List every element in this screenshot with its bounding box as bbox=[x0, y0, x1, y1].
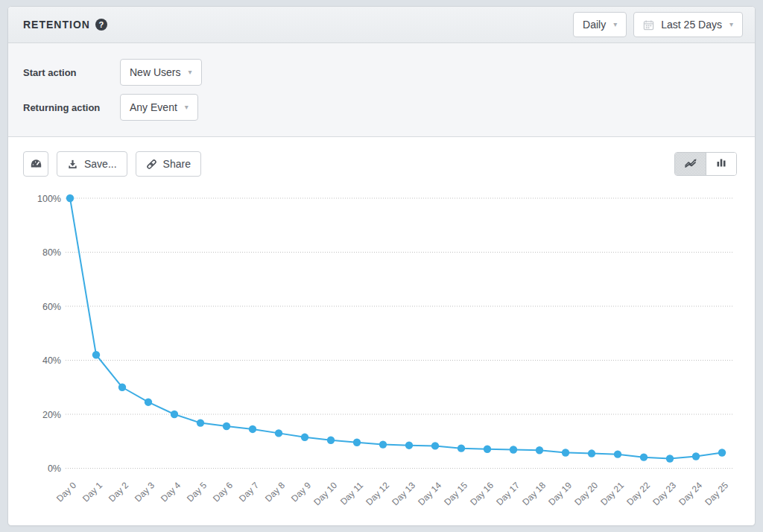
y-axis-label: 40% bbox=[42, 355, 61, 366]
data-point[interactable] bbox=[66, 194, 74, 202]
chart-section: Save... Share bbox=[8, 137, 755, 522]
data-point[interactable] bbox=[536, 446, 543, 454]
x-axis-label: Day 22 bbox=[624, 480, 652, 507]
save-button[interactable]: Save... bbox=[57, 151, 127, 177]
y-axis-label: 60% bbox=[42, 302, 61, 312]
x-axis-label: Day 24 bbox=[677, 480, 704, 507]
bar-chart-icon bbox=[715, 156, 727, 171]
x-axis-label: Day 10 bbox=[311, 480, 339, 507]
panel-header: RETENTION ? Daily ▾ Last 25 bbox=[8, 7, 755, 43]
data-point[interactable] bbox=[484, 446, 491, 453]
chart-toolbar: Save... Share bbox=[8, 151, 755, 177]
chevron-down-icon: ▾ bbox=[185, 104, 189, 111]
x-axis-label: Day 20 bbox=[572, 480, 600, 507]
x-axis-label: Day 12 bbox=[364, 480, 391, 507]
calendar-icon bbox=[643, 19, 654, 31]
bar-chart-toggle[interactable] bbox=[706, 153, 736, 175]
returning-action-row: Returning action Any Event ▾ bbox=[23, 94, 740, 121]
data-point[interactable] bbox=[614, 450, 621, 457]
help-icon[interactable]: ? bbox=[95, 19, 107, 31]
data-point[interactable] bbox=[327, 437, 335, 444]
page-title: RETENTION bbox=[23, 19, 90, 31]
data-point[interactable] bbox=[718, 449, 726, 456]
data-point[interactable] bbox=[458, 444, 465, 452]
start-action-row: Start action New Users ▾ bbox=[23, 59, 740, 86]
x-axis-label: Day 2 bbox=[107, 480, 130, 504]
data-point[interactable] bbox=[223, 422, 230, 430]
date-range-dropdown-value: Last 25 Days bbox=[661, 19, 722, 31]
dashboard-gauge-icon bbox=[30, 158, 42, 171]
returning-action-dropdown[interactable]: Any Event ▾ bbox=[120, 94, 198, 121]
data-point[interactable] bbox=[431, 442, 439, 449]
x-axis-label: Day 17 bbox=[494, 480, 522, 507]
start-action-dropdown[interactable]: New Users ▾ bbox=[120, 59, 202, 86]
returning-action-label: Returning action bbox=[23, 102, 120, 113]
x-axis-label: Day 21 bbox=[598, 480, 626, 507]
x-axis-label: Day 19 bbox=[546, 480, 574, 507]
y-axis-label: 80% bbox=[42, 247, 61, 258]
retention-panel: RETENTION ? Daily ▾ Last 25 bbox=[7, 6, 756, 526]
data-point[interactable] bbox=[692, 452, 700, 460]
data-point[interactable] bbox=[666, 455, 674, 462]
x-axis-label: Day 23 bbox=[650, 480, 678, 507]
interval-dropdown[interactable]: Daily ▾ bbox=[573, 12, 627, 37]
line-chart-toggle[interactable] bbox=[675, 153, 706, 175]
returning-action-value: Any Event bbox=[130, 101, 177, 113]
save-button-label: Save... bbox=[84, 158, 117, 170]
data-point[interactable] bbox=[405, 441, 413, 449]
x-axis-label: Day 6 bbox=[211, 480, 235, 504]
y-axis-label: 20% bbox=[42, 410, 61, 420]
retention-series-line bbox=[70, 198, 722, 458]
data-point[interactable] bbox=[275, 429, 282, 437]
x-axis-label: Day 13 bbox=[390, 480, 417, 507]
date-range-dropdown[interactable]: Last 25 Days ▾ bbox=[633, 12, 743, 37]
chevron-down-icon: ▾ bbox=[729, 21, 733, 28]
x-axis-label: Day 18 bbox=[520, 480, 548, 507]
link-icon bbox=[146, 159, 157, 170]
data-point[interactable] bbox=[562, 449, 569, 456]
start-action-value: New Users bbox=[130, 66, 180, 78]
line-chart-icon bbox=[684, 156, 697, 171]
share-button[interactable]: Share bbox=[136, 151, 201, 177]
data-point[interactable] bbox=[588, 449, 595, 457]
y-axis-label: 100% bbox=[37, 194, 61, 204]
data-point[interactable] bbox=[171, 411, 178, 418]
x-axis-label: Day 25 bbox=[703, 480, 730, 507]
download-icon bbox=[67, 159, 78, 170]
data-point[interactable] bbox=[640, 453, 648, 460]
data-point[interactable] bbox=[118, 384, 126, 391]
chevron-down-icon: ▾ bbox=[613, 21, 617, 28]
chart-type-toggle bbox=[674, 152, 737, 176]
x-axis-label: Day 1 bbox=[80, 480, 104, 504]
add-to-dashboard-button[interactable] bbox=[23, 151, 48, 177]
data-point[interactable] bbox=[379, 440, 387, 448]
x-axis-label: Day 14 bbox=[416, 480, 443, 507]
data-point[interactable] bbox=[145, 398, 152, 405]
data-point[interactable] bbox=[249, 425, 256, 433]
data-point[interactable] bbox=[197, 419, 204, 426]
data-point[interactable] bbox=[510, 446, 517, 453]
x-axis-label: Day 8 bbox=[263, 480, 287, 504]
start-action-label: Start action bbox=[23, 67, 120, 78]
x-axis-label: Day 4 bbox=[159, 480, 183, 504]
retention-line-chart: 0%20%40%60%80%100%Day 0Day 1Day 2Day 3Da… bbox=[8, 185, 755, 522]
chevron-down-icon: ▾ bbox=[188, 69, 191, 76]
interval-dropdown-value: Daily bbox=[583, 19, 606, 31]
filter-section: Start action New Users ▾ Returning actio… bbox=[8, 43, 755, 137]
data-point[interactable] bbox=[92, 351, 100, 358]
x-axis-label: Day 0 bbox=[54, 480, 78, 504]
x-axis-label: Day 7 bbox=[237, 480, 261, 504]
x-axis-label: Day 5 bbox=[185, 480, 209, 504]
share-button-label: Share bbox=[163, 158, 191, 170]
data-point[interactable] bbox=[301, 434, 308, 441]
y-axis-label: 0% bbox=[48, 463, 61, 474]
x-axis-label: Day 16 bbox=[468, 480, 496, 507]
x-axis-label: Day 9 bbox=[289, 480, 313, 504]
x-axis-label: Day 3 bbox=[133, 480, 156, 504]
data-point[interactable] bbox=[353, 439, 361, 446]
x-axis-label: Day 15 bbox=[442, 480, 469, 507]
x-axis-label: Day 11 bbox=[338, 480, 365, 507]
